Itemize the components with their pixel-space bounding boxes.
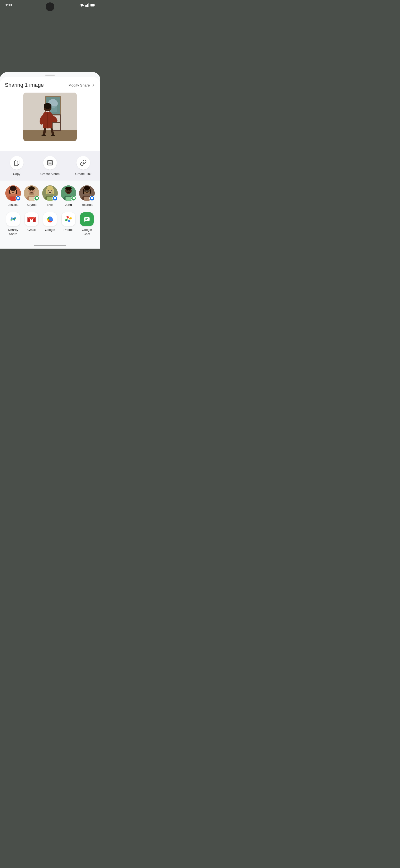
apps-row: Nearby Share	[4, 212, 96, 236]
svg-point-73	[67, 218, 69, 220]
svg-point-49	[51, 190, 52, 191]
svg-rect-45	[29, 193, 34, 195]
svg-rect-76	[86, 219, 88, 220]
svg-rect-1	[86, 5, 86, 7]
copy-action[interactable]: Copy	[7, 156, 27, 176]
jessica-chat-badge	[15, 196, 21, 201]
drag-handle[interactable]	[45, 74, 55, 75]
photos-icon	[62, 212, 75, 226]
yolanda-avatar-wrapper	[79, 185, 95, 201]
svg-point-61	[88, 190, 89, 191]
svg-rect-29	[14, 161, 18, 166]
yolanda-name: Yolanda	[81, 203, 93, 207]
eve-avatar-wrapper	[42, 185, 58, 201]
app-photos[interactable]: Photos	[60, 212, 77, 236]
spyros-chat-badge	[34, 196, 39, 201]
album-icon	[46, 159, 54, 166]
contact-yolanda[interactable]: Yolanda	[78, 185, 96, 207]
svg-rect-65	[84, 196, 90, 201]
svg-point-0	[81, 6, 82, 7]
time-display: 9:30	[5, 3, 12, 7]
svg-point-54	[67, 190, 68, 191]
contact-eve[interactable]: Eve	[41, 185, 59, 207]
svg-point-32	[49, 163, 49, 163]
google-icon	[43, 212, 57, 226]
google-label: Google	[45, 228, 55, 232]
john-name: John	[65, 203, 72, 207]
app-gmail[interactable]: Gmail	[23, 212, 40, 236]
app-google[interactable]: Google	[41, 212, 59, 236]
chevron-right-icon	[91, 83, 95, 87]
contacts-row: Jessica	[4, 185, 96, 207]
svg-rect-18	[53, 130, 61, 131]
svg-rect-10	[23, 130, 77, 141]
google-chat-icon	[80, 212, 94, 226]
svg-point-60	[85, 190, 86, 191]
copy-icon-circle	[10, 156, 24, 169]
camera-pill	[46, 2, 54, 11]
svg-rect-51	[47, 196, 53, 201]
eve-name: Eve	[47, 203, 53, 207]
svg-rect-71	[50, 219, 53, 221]
contact-spyros[interactable]: Spyros	[23, 185, 40, 207]
modify-share-button[interactable]: Modify Share	[68, 83, 95, 87]
contact-john[interactable]: John	[60, 185, 77, 207]
album-icon-circle	[43, 156, 57, 169]
copy-icon	[13, 159, 20, 166]
status-bar: 9:30	[0, 0, 100, 9]
svg-point-43	[28, 186, 35, 190]
home-indicator[interactable]	[34, 245, 66, 246]
gmail-icon	[25, 212, 38, 226]
sharing-title: Sharing 1 image	[5, 82, 44, 88]
john-avatar-wrapper	[61, 185, 76, 201]
create-link-action[interactable]: Create Link	[73, 156, 93, 176]
svg-point-50	[47, 186, 53, 190]
app-nearby-share[interactable]: Nearby Share	[4, 212, 22, 236]
image-preview	[5, 93, 95, 145]
svg-point-25	[51, 134, 55, 136]
chat-badge-icon	[54, 197, 57, 200]
svg-point-56	[65, 187, 72, 190]
chat-badge-icon	[72, 197, 75, 200]
svg-point-55	[69, 190, 70, 191]
svg-rect-57	[66, 196, 71, 201]
svg-rect-44	[29, 196, 34, 201]
link-icon	[80, 159, 87, 166]
link-icon-circle	[76, 156, 90, 169]
dark-background	[0, 9, 100, 72]
svg-rect-2	[87, 5, 87, 7]
svg-rect-7	[91, 4, 94, 6]
signal-icon	[86, 3, 89, 7]
svg-rect-4	[88, 3, 89, 7]
share-sheet: Sharing 1 image Modify Share	[0, 72, 100, 249]
john-chat-badge	[71, 196, 76, 201]
svg-point-48	[48, 190, 49, 191]
copy-label: Copy	[13, 172, 20, 176]
spyros-name: Spyros	[27, 203, 36, 207]
svg-rect-3	[88, 4, 88, 7]
svg-rect-17	[60, 123, 61, 131]
chat-badge-icon	[91, 197, 94, 200]
svg-point-37	[10, 186, 16, 191]
contact-jessica[interactable]: Jessica	[4, 185, 22, 207]
jessica-avatar-wrapper	[5, 185, 21, 201]
create-album-label: Create Album	[40, 172, 60, 176]
svg-point-42	[32, 190, 33, 191]
sharing-header: Sharing 1 image Modify Share	[5, 79, 95, 93]
svg-point-26	[46, 107, 47, 109]
create-album-action[interactable]: Create Album	[40, 156, 60, 176]
chat-badge-icon	[17, 197, 20, 200]
battery-icon	[90, 4, 95, 6]
preview-image-svg	[23, 93, 77, 141]
photos-label: Photos	[64, 228, 73, 232]
google-chat-label: Google Chat	[78, 228, 96, 236]
svg-rect-75	[86, 218, 88, 219]
nearby-share-label: Nearby Share	[4, 228, 22, 236]
svg-rect-6	[95, 4, 95, 6]
create-link-label: Create Link	[75, 172, 91, 176]
preview-thumbnail	[23, 93, 77, 141]
contacts-section: Jessica	[0, 181, 100, 243]
app-google-chat[interactable]: Google Chat	[78, 212, 96, 236]
svg-rect-21	[60, 115, 61, 123]
spyros-avatar-wrapper	[24, 185, 39, 201]
